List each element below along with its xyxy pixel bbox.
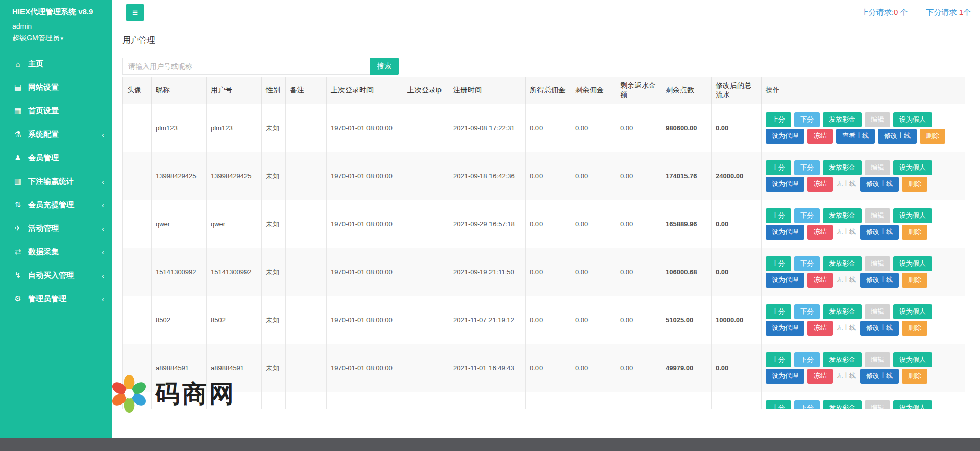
set-agent-button[interactable]: 设为代理 — [766, 273, 804, 288]
watermark-text: 码商网 — [155, 377, 236, 410]
freeze-button[interactable]: 冻结 — [807, 321, 833, 336]
cell-total_commission: 0.00 — [526, 344, 571, 392]
grant-bonus-button[interactable]: 发放彩金 — [823, 112, 862, 127]
sidebar-item-admin-management[interactable]: ⚙管理员管理‹ — [0, 287, 112, 311]
table-row: qwerqwer未知1970-01-01 08:00:002021-09-29 … — [123, 200, 965, 248]
grant-bonus-button[interactable]: 发放彩金 — [823, 160, 862, 175]
add-score-button[interactable]: 上分 — [766, 256, 791, 271]
set-agent-button[interactable]: 设为代理 — [766, 129, 804, 144]
set-fake-user-button[interactable]: 设为假人 — [893, 352, 932, 367]
modify-upline-button[interactable]: 修改上线 — [860, 321, 899, 336]
cell-last_ip — [403, 104, 449, 152]
no-upline-text: 无上线 — [836, 179, 856, 188]
search-button[interactable]: 搜索 — [370, 58, 399, 75]
sidebar-item-label: 自动买入管理 — [28, 271, 74, 280]
add-score-button[interactable]: 上分 — [766, 208, 791, 223]
topbar-right: 上分请求:0 个 下分请求 1个 — [843, 0, 971, 25]
edit-button[interactable]: 编辑 — [865, 352, 890, 367]
cell-last_login: 1970-01-01 08:00:00 — [327, 152, 403, 200]
sidebar-item-auto-buy[interactable]: ↯自动买入管理‹ — [0, 264, 112, 287]
grant-bonus-button[interactable]: 发放彩金 — [823, 400, 862, 409]
add-score-button[interactable]: 上分 — [766, 304, 791, 319]
set-fake-user-button[interactable]: 设为假人 — [893, 208, 932, 223]
menu-toggle-button[interactable]: ≡ — [126, 4, 144, 21]
cell-account: 15141300992 — [207, 248, 262, 296]
edit-button[interactable]: 编辑 — [865, 400, 890, 409]
sidebar-item-activity-management[interactable]: ✈活动管理‹ — [0, 217, 112, 240]
table-row: plm123plm123未知1970-01-01 08:00:002021-09… — [123, 104, 965, 152]
set-fake-user-button[interactable]: 设为假人 — [893, 304, 932, 319]
edit-button[interactable]: 编辑 — [865, 256, 890, 271]
cell-nickname: plm123 — [152, 104, 207, 152]
column-header: 头像 — [123, 77, 152, 104]
sidebar-item-site-settings[interactable]: ▤网站设置 — [0, 76, 112, 99]
sidebar-item-system-config[interactable]: ⚗系统配置‹ — [0, 123, 112, 146]
cell-remain_commission: 0.00 — [571, 152, 616, 200]
deduct-score-button[interactable]: 下分 — [794, 256, 820, 271]
deduct-score-button[interactable]: 下分 — [794, 400, 820, 409]
freeze-button[interactable]: 冻结 — [807, 177, 833, 192]
admin-role-label: 超级GM管理员 — [12, 34, 60, 42]
search-input[interactable] — [122, 58, 370, 75]
up-score-requests-link[interactable]: 上分请求:0 个 — [861, 8, 908, 17]
set-agent-button[interactable]: 设为代理 — [766, 177, 804, 192]
sidebar-item-home[interactable]: ⌂主页 — [0, 52, 112, 76]
set-fake-user-button[interactable]: 设为假人 — [893, 256, 932, 271]
cell-gender: 未知 — [262, 152, 286, 200]
grant-bonus-button[interactable]: 发放彩金 — [823, 256, 862, 271]
chevron-left-icon: ‹ — [102, 130, 104, 139]
grant-bonus-button[interactable]: 发放彩金 — [823, 304, 862, 319]
sidebar-item-homepage-settings[interactable]: ▦首页设置 — [0, 99, 112, 123]
modify-upline-button[interactable]: 修改上线 — [860, 369, 899, 384]
column-header: 修改后的总流水 — [712, 77, 762, 104]
modify-upline-button[interactable]: 修改上线 — [860, 225, 899, 240]
freeze-button[interactable]: 冻结 — [807, 129, 833, 144]
freeze-button[interactable]: 冻结 — [807, 273, 833, 288]
grant-bonus-button[interactable]: 发放彩金 — [823, 208, 862, 223]
freeze-button[interactable]: 冻结 — [807, 225, 833, 240]
cell-remain_rebate: 0.00 — [616, 104, 662, 152]
delete-button[interactable]: 删除 — [902, 369, 927, 384]
edit-button[interactable]: 编辑 — [865, 208, 890, 223]
caret-down-icon: ▾ — [61, 35, 64, 41]
edit-button[interactable]: 编辑 — [865, 304, 890, 319]
cell-avatar — [123, 248, 152, 296]
delete-button[interactable]: 删除 — [902, 177, 927, 192]
modify-upline-button[interactable]: 修改上线 — [860, 177, 899, 192]
modify-upline-button[interactable]: 修改上线 — [878, 129, 917, 144]
delete-button[interactable]: 删除 — [902, 225, 927, 240]
add-score-button[interactable]: 上分 — [766, 160, 791, 175]
delete-button[interactable]: 删除 — [902, 321, 927, 336]
delete-button[interactable]: 删除 — [920, 129, 945, 144]
admin-role-dropdown[interactable]: 超级GM管理员▾ — [12, 34, 102, 43]
deduct-score-button[interactable]: 下分 — [794, 208, 820, 223]
deduct-score-button[interactable]: 下分 — [794, 304, 820, 319]
edit-button[interactable]: 编辑 — [865, 112, 890, 127]
deduct-score-button[interactable]: 下分 — [794, 112, 820, 127]
set-fake-user-button[interactable]: 设为假人 — [893, 160, 932, 175]
sidebar-item-bet-stats[interactable]: ▥下注输赢统计‹ — [0, 170, 112, 193]
modify-upline-button[interactable]: 修改上线 — [860, 273, 899, 288]
freeze-button[interactable]: 冻结 — [807, 369, 833, 384]
set-agent-button[interactable]: 设为代理 — [766, 321, 804, 336]
set-agent-button[interactable]: 设为代理 — [766, 225, 804, 240]
down-score-requests-link[interactable]: 下分请求 1个 — [926, 8, 971, 17]
edit-button[interactable]: 编辑 — [865, 160, 890, 175]
sidebar-item-member-management[interactable]: ♟会员管理 — [0, 146, 112, 170]
chevron-left-icon: ‹ — [102, 248, 104, 256]
add-score-button[interactable]: 上分 — [766, 352, 791, 367]
set-fake-user-button[interactable]: 设为假人 — [893, 112, 932, 127]
column-header: 昵称 — [152, 77, 207, 104]
deduct-score-button[interactable]: 下分 — [794, 160, 820, 175]
sidebar-item-recharge-withdraw[interactable]: ⇅会员充提管理‹ — [0, 193, 112, 217]
add-score-button[interactable]: 上分 — [766, 400, 791, 409]
deduct-score-button[interactable]: 下分 — [794, 352, 820, 367]
set-agent-button[interactable]: 设为代理 — [766, 369, 804, 384]
add-score-button[interactable]: 上分 — [766, 112, 791, 127]
view-upline-button[interactable]: 查看上线 — [836, 129, 875, 144]
grant-bonus-button[interactable]: 发放彩金 — [823, 352, 862, 367]
sidebar-item-data-collection[interactable]: ⇄数据采集‹ — [0, 240, 112, 264]
cell-remain_rebate — [616, 392, 662, 409]
set-fake-user-button[interactable]: 设为假人 — [893, 400, 932, 409]
delete-button[interactable]: 删除 — [902, 273, 927, 288]
